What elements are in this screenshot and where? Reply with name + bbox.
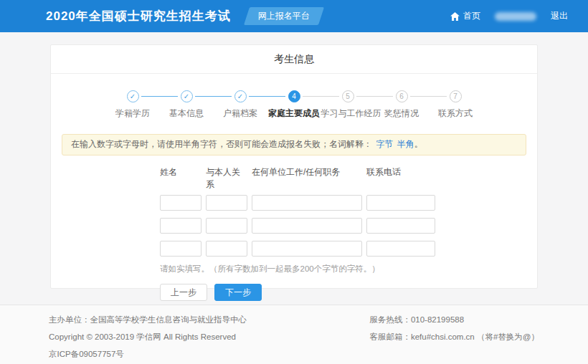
workunit-input-2[interactable] — [252, 218, 362, 234]
home-link-label: 首页 — [463, 10, 480, 22]
service-email: 客服邮箱：kefu#chsi.com.cn （将#替换为@） — [369, 332, 539, 343]
page-footer: 主办单位：全国高等学校学生信息咨询与就业指导中心 Copyright © 200… — [0, 305, 588, 364]
form-header-row: 姓名 与本人关系 在何单位工作/任何职务 联系电话 — [160, 166, 537, 191]
platform-badge-label: 网上报名平台 — [258, 11, 310, 21]
phone-input-1[interactable] — [366, 195, 435, 211]
relationship-input-3[interactable] — [206, 241, 247, 257]
site-title: 2020年全国硕士研究生招生考试 — [46, 8, 231, 24]
step-label: 基本信息 — [160, 107, 214, 120]
fill-truthfully-note: 请如实填写。（所有字数加到一起最多200个字节的字符。） — [160, 264, 537, 274]
relationship-input-2[interactable] — [206, 218, 247, 234]
platform-badge: 网上报名平台 — [247, 7, 321, 25]
previous-step-button[interactable]: 上一步 — [160, 284, 207, 301]
step-progress: ✓ 学籍学历 ✓ 基本信息 ✓ 户籍档案 4 家庭主要成员 5 学习与工作经历 … — [51, 74, 537, 120]
organizer-text: 主办单位：全国高等学校学生信息咨询与就业指导中心 — [49, 315, 247, 325]
step-label: 学习与工作经历 — [321, 107, 375, 120]
footer-right: 服务热线：010-82199588 客服邮箱：kefu#chsi.com.cn … — [369, 315, 539, 364]
check-icon: ✓ — [127, 90, 139, 102]
step-number: 6 — [396, 90, 408, 102]
footer-left: 主办单位：全国高等学校学生信息咨询与就业指导中心 Copyright © 200… — [49, 315, 247, 364]
col-workunit-position: 在何单位工作/任何职务 — [252, 166, 362, 191]
member-row-2 — [160, 218, 537, 234]
step-label: 学籍学历 — [106, 107, 160, 120]
candidate-info-card: 考生信息 ✓ 学籍学历 ✓ 基本信息 ✓ 户籍档案 4 家庭主要成员 5 学习与… — [50, 44, 538, 289]
step-family-members[interactable]: 4 家庭主要成员 — [267, 90, 321, 120]
name-input-1[interactable] — [160, 195, 201, 211]
step-label: 奖惩情况 — [375, 107, 429, 120]
logout-link[interactable]: 退出 — [551, 10, 568, 22]
step-label: 户籍档案 — [214, 107, 267, 120]
notice-suffix: 。 — [414, 139, 423, 149]
halfwidth-link[interactable]: 半角 — [397, 139, 414, 149]
step-rewards-punishments[interactable]: 6 奖惩情况 — [375, 90, 429, 120]
check-icon: ✓ — [234, 90, 247, 102]
step-basic-info[interactable]: ✓ 基本信息 — [160, 90, 214, 120]
page-title: 考生信息 — [51, 45, 537, 74]
byte-link[interactable]: 字节 — [376, 139, 393, 149]
col-name: 姓名 — [160, 166, 201, 191]
notice-text: 在输入数字或字母时，请使用半角字符，否则可能会造成报名失败；名词解释： — [71, 139, 372, 149]
name-input-3[interactable] — [160, 241, 201, 257]
relationship-input-1[interactable] — [206, 195, 247, 211]
check-icon: ✓ — [181, 90, 193, 102]
home-icon — [450, 12, 460, 21]
phone-input-3[interactable] — [366, 241, 435, 257]
top-header: 2020年全国硕士研究生招生考试 网上报名平台 首页 退出 — [0, 0, 588, 32]
member-row-1 — [160, 195, 537, 211]
next-step-button[interactable]: 下一步 — [214, 284, 262, 301]
step-number: 4 — [288, 90, 300, 102]
masked-username[interactable] — [495, 12, 536, 21]
halfwidth-notice: 在输入数字或字母时，请使用半角字符，否则可能会造成报名失败；名词解释： 字节 半… — [62, 134, 526, 155]
name-input-2[interactable] — [160, 218, 201, 234]
header-nav: 首页 退出 — [450, 10, 568, 22]
member-row-3 — [160, 241, 537, 257]
step-label: 家庭主要成员 — [267, 107, 321, 120]
step-household-archive[interactable]: ✓ 户籍档案 — [214, 90, 267, 120]
phone-input-2[interactable] — [366, 218, 435, 234]
form-actions: 上一步 下一步 — [160, 284, 537, 301]
workunit-input-3[interactable] — [252, 241, 362, 257]
col-relationship: 与本人关系 — [206, 166, 247, 191]
family-members-form: 姓名 与本人关系 在何单位工作/任何职务 联系电话 请如实填写。（所有字数加到一… — [51, 155, 537, 301]
copyright-text: Copyright © 2003-2019 学信网 All Rights Res… — [49, 332, 247, 343]
step-student-status[interactable]: ✓ 学籍学历 — [106, 90, 160, 120]
step-study-work-history[interactable]: 5 学习与工作经历 — [321, 90, 375, 120]
col-phone: 联系电话 — [366, 166, 435, 191]
icp-number: 京ICP备09057757号 — [49, 349, 247, 360]
workunit-input-1[interactable] — [252, 195, 362, 211]
home-link[interactable]: 首页 — [450, 10, 480, 22]
step-number: 5 — [342, 90, 354, 102]
service-hotline: 服务热线：010-82199588 — [369, 315, 539, 325]
step-number: 7 — [450, 90, 462, 102]
step-label: 联系方式 — [429, 107, 483, 120]
step-contact-info[interactable]: 7 联系方式 — [429, 90, 483, 120]
